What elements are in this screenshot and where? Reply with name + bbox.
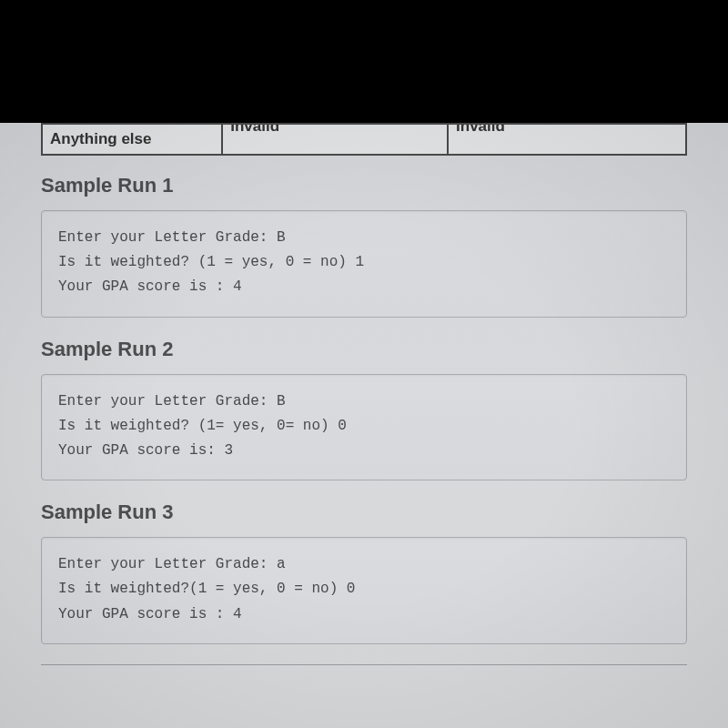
code-line: Your GPA score is: 3 [58,439,670,463]
table-row: Anything else Invalid Invalid [42,124,686,155]
code-line: Your GPA score is : 4 [58,602,670,627]
code-line: Is it weighted? (1 = yes, 0 = no) 1 [58,250,670,275]
cell-text: Invalid [456,124,505,135]
code-line: Enter your Letter Grade: a [58,552,670,577]
divider [41,664,687,665]
code-output-box: Enter your Letter Grade: a Is it weighte… [41,537,687,644]
table-cell: Invalid [222,124,448,155]
code-output-box: Enter your Letter Grade: B Is it weighte… [41,374,687,481]
section-heading: Sample Run 2 [41,338,687,361]
grade-table: Anything else Invalid Invalid [41,123,687,156]
code-line: Is it weighted?(1 = yes, 0 = no) 0 [58,577,670,602]
document-page: Anything else Invalid Invalid Sample Run… [0,123,728,728]
code-line: Enter your Letter Grade: B [58,389,670,414]
code-line: Is it weighted? (1= yes, 0= no) 0 [58,414,670,439]
section-heading: Sample Run 3 [41,500,687,524]
code-line: Enter your Letter Grade: B [58,226,670,250]
code-output-box: Enter your Letter Grade: B Is it weighte… [41,210,687,318]
section-heading: Sample Run 1 [41,174,687,197]
table-cell: Invalid [448,124,686,155]
code-line: Your GPA score is : 4 [58,275,670,299]
cell-text: Invalid [230,124,279,135]
table-cell: Anything else [42,124,222,155]
